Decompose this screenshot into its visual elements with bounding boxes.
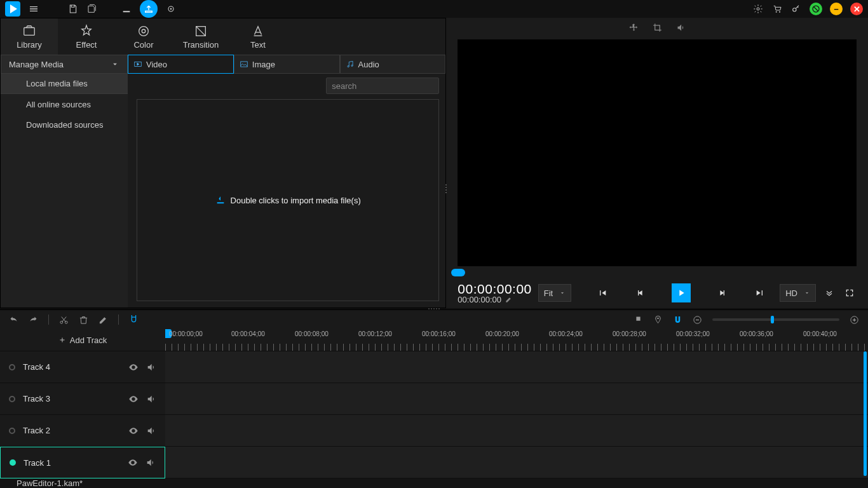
move-icon[interactable] bbox=[629, 23, 639, 32]
track-lane[interactable] bbox=[165, 351, 868, 383]
play-button[interactable] bbox=[672, 283, 691, 302]
fit-select[interactable]: Fit bbox=[538, 284, 571, 302]
menu-icon[interactable] bbox=[28, 3, 39, 15]
time-ruler[interactable]: 00:00:00;00 00:00:04;00 00:00:08;00 00:0… bbox=[165, 329, 868, 351]
zoom-out-icon[interactable] bbox=[693, 315, 702, 325]
sidebar-item-online[interactable]: All online sources bbox=[1, 94, 128, 114]
timeline-panel: Add Track Track 4 Track 3 Track 2 Track … bbox=[0, 309, 868, 478]
svg-point-13 bbox=[347, 65, 348, 67]
sidebar-item-local[interactable]: Local media files bbox=[1, 74, 128, 94]
tab-color[interactable]: Color bbox=[115, 18, 172, 55]
goto-start-button[interactable] bbox=[595, 286, 609, 300]
timeline-toolbar bbox=[0, 310, 868, 329]
volume-icon[interactable] bbox=[676, 23, 686, 32]
snap-icon[interactable] bbox=[129, 314, 139, 323]
preview-scrubber[interactable] bbox=[446, 268, 868, 278]
save-all-icon[interactable] bbox=[86, 3, 98, 15]
svg-point-8 bbox=[139, 26, 149, 36]
minimize-button[interactable] bbox=[810, 3, 822, 15]
record-toggle[interactable] bbox=[10, 459, 16, 466]
mediatab-audio[interactable]: Audio bbox=[340, 55, 446, 74]
manage-media-dropdown[interactable]: Manage Media bbox=[1, 55, 128, 74]
goto-end-button[interactable] bbox=[753, 286, 767, 300]
timecode-duration: 00:00:00:00 bbox=[458, 295, 501, 304]
app-logo bbox=[5, 1, 20, 17]
tab-transition[interactable]: Transition bbox=[172, 18, 229, 55]
cart-icon[interactable] bbox=[771, 3, 783, 15]
track-header[interactable]: Track 3 bbox=[0, 383, 165, 415]
settings-icon[interactable] bbox=[752, 3, 764, 15]
zoom-in-icon[interactable] bbox=[850, 315, 859, 325]
timeline-scrollbar[interactable] bbox=[864, 351, 867, 476]
track-lane[interactable] bbox=[165, 415, 868, 447]
record-toggle[interactable] bbox=[9, 396, 15, 402]
mediatab-image[interactable]: Image bbox=[234, 55, 340, 74]
tab-effect[interactable]: Effect bbox=[58, 18, 115, 55]
speaker-icon[interactable] bbox=[146, 394, 156, 404]
next-frame-button[interactable] bbox=[715, 286, 729, 300]
eye-icon[interactable] bbox=[128, 394, 139, 404]
preview-tools bbox=[446, 18, 868, 37]
record-icon[interactable] bbox=[165, 3, 177, 15]
preview-viewport[interactable] bbox=[458, 39, 857, 266]
record-toggle[interactable] bbox=[9, 428, 15, 434]
timecode-current: 00:00:00:00 bbox=[458, 282, 531, 295]
zoom-knob[interactable] bbox=[771, 316, 774, 323]
pin-icon[interactable] bbox=[653, 315, 663, 325]
eye-icon[interactable] bbox=[128, 458, 138, 468]
quality-select[interactable]: HD bbox=[780, 284, 816, 302]
tab-label: Color bbox=[133, 40, 153, 50]
speaker-icon[interactable] bbox=[146, 426, 156, 436]
import-dropzone[interactable]: Double clicks to import media file(s) bbox=[137, 99, 439, 301]
track-lane[interactable] bbox=[165, 447, 868, 478]
import-icon[interactable] bbox=[121, 3, 132, 15]
delete-icon[interactable] bbox=[79, 315, 88, 325]
media-panel: Library Effect Color Transition Text Man… bbox=[0, 18, 446, 308]
svg-point-2 bbox=[757, 8, 759, 10]
speaker-icon[interactable] bbox=[146, 458, 156, 468]
workspace: Library Effect Color Transition Text Man… bbox=[0, 18, 868, 308]
svg-point-14 bbox=[351, 65, 352, 66]
fullscreen-button[interactable] bbox=[843, 286, 857, 300]
cut-icon[interactable] bbox=[59, 315, 69, 325]
edit-icon[interactable] bbox=[505, 296, 512, 303]
track-header[interactable]: Track 2 bbox=[0, 415, 165, 447]
zoom-slider[interactable] bbox=[712, 318, 839, 321]
eye-icon[interactable] bbox=[128, 426, 139, 436]
prev-frame-button[interactable] bbox=[634, 286, 648, 300]
export-icon[interactable] bbox=[140, 0, 158, 18]
redo-icon[interactable] bbox=[29, 315, 38, 325]
magnet-icon[interactable] bbox=[673, 315, 682, 325]
svg-rect-7 bbox=[24, 27, 35, 35]
save-icon[interactable] bbox=[67, 3, 79, 15]
resize-grip[interactable] bbox=[445, 181, 448, 196]
tab-library[interactable]: Library bbox=[1, 18, 58, 55]
close-button[interactable]: ✕ bbox=[850, 3, 863, 15]
search-field[interactable] bbox=[332, 81, 438, 91]
track-lane[interactable] bbox=[165, 383, 868, 415]
track-header[interactable]: Track 4 bbox=[0, 351, 165, 383]
collapse-icon[interactable] bbox=[822, 286, 836, 300]
record-toggle[interactable] bbox=[9, 364, 15, 370]
undo-icon[interactable] bbox=[9, 315, 18, 325]
tab-text[interactable]: Text bbox=[229, 18, 287, 55]
mediatab-video[interactable]: Video bbox=[128, 55, 234, 74]
speaker-icon[interactable] bbox=[146, 362, 156, 372]
key-icon[interactable] bbox=[790, 3, 802, 15]
svg-rect-18 bbox=[636, 316, 640, 320]
crop-icon[interactable] bbox=[653, 23, 662, 32]
edit-clip-icon[interactable] bbox=[98, 315, 108, 325]
add-track-button[interactable]: Add Track bbox=[0, 329, 165, 351]
svg-rect-12 bbox=[241, 62, 248, 67]
maximize-button[interactable]: − bbox=[830, 3, 843, 15]
marker-icon[interactable] bbox=[634, 315, 643, 325]
eye-icon[interactable] bbox=[128, 362, 139, 372]
sidebar-item-downloaded[interactable]: Downloaded sources bbox=[1, 114, 128, 135]
titlebar: − ✕ bbox=[0, 0, 868, 18]
search-input[interactable] bbox=[326, 78, 439, 94]
scrub-knob[interactable] bbox=[451, 269, 465, 276]
track-lanes[interactable]: 00:00:00;00 00:00:04;00 00:00:08;00 00:0… bbox=[165, 329, 868, 478]
track-header[interactable]: Track 1 bbox=[0, 447, 165, 478]
track-headers: Add Track Track 4 Track 3 Track 2 Track … bbox=[0, 329, 165, 478]
status-bar: PawEditor-1.kam* bbox=[0, 478, 868, 488]
